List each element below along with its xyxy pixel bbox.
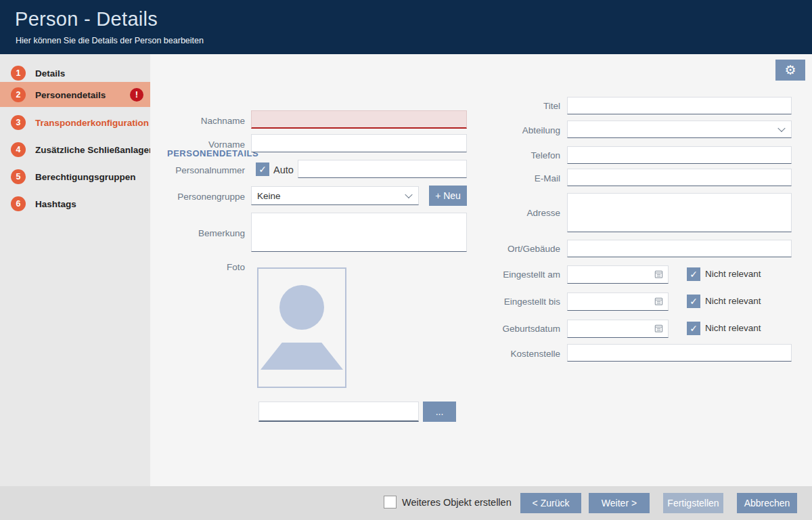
geburtsdatum-label: Geburtsdatum [467, 324, 560, 334]
personalnummer-input[interactable] [298, 160, 467, 178]
calendar-icon[interactable] [654, 269, 664, 281]
personengruppe-value: Keine [257, 191, 281, 201]
step-number-icon: 5 [11, 169, 26, 184]
finish-button[interactable]: Fertigstellen [663, 493, 723, 513]
ort-input[interactable] [567, 240, 792, 257]
form-content: ⚙ PERSONENDETAILS Nachname Vorname Perso… [150, 54, 812, 486]
page-title: Person - Details [15, 8, 158, 30]
check-icon: ✓ [690, 323, 698, 334]
next-button[interactable]: Weiter > [589, 493, 650, 513]
nicht-relevant-label: Nicht relevant [705, 269, 761, 279]
settings-button[interactable]: ⚙ [775, 60, 805, 81]
vorname-label: Vorname [156, 139, 245, 150]
weiteres-objekt-checkbox[interactable] [384, 496, 397, 508]
eingestellt-am-date-input[interactable] [567, 265, 669, 284]
telefon-label: Telefon [467, 150, 560, 160]
check-icon: ✓ [258, 164, 267, 175]
geburtsdatum-nicht-relevant-checkbox[interactable]: ✓ [687, 322, 700, 335]
telefon-input[interactable] [567, 146, 792, 164]
page-subtitle: Hier können Sie die Details der Person b… [16, 36, 204, 45]
error-badge-icon: ! [130, 88, 143, 102]
check-icon: ✓ [690, 296, 698, 307]
step-label: Berechtigungsgruppen [35, 171, 136, 181]
wizard-sidebar: 1 Details 2 Personendetails ! 3 Transpon… [0, 54, 150, 486]
chevron-down-icon [405, 191, 412, 198]
step-number-icon: 3 [11, 115, 26, 130]
nachname-input[interactable] [251, 110, 467, 129]
back-button[interactable]: < Zurück [520, 493, 581, 513]
step-label: Hashtags [35, 198, 76, 209]
bemerkung-textarea[interactable] [251, 213, 467, 252]
step-number-icon: 6 [11, 196, 26, 211]
eingestellt-bis-nicht-relevant-checkbox[interactable]: ✓ [687, 295, 700, 308]
person-silhouette-head-icon [279, 285, 324, 330]
personengruppe-select[interactable]: Keine [251, 186, 419, 205]
footer-bar: Weiteres Objekt erstellen < Zurück Weite… [0, 486, 812, 520]
step-zusaetzliche-schliessanlagen[interactable]: 4 Zusätzliche Schließanlagen [0, 137, 150, 162]
weiteres-objekt-label: Weiteres Objekt erstellen [402, 497, 512, 508]
foto-path-input[interactable] [258, 402, 419, 422]
calendar-icon[interactable] [654, 323, 664, 335]
kostenstelle-input[interactable] [567, 344, 792, 362]
step-label: Transponderkonfiguration [35, 117, 149, 127]
neu-button[interactable]: + Neu [429, 186, 467, 206]
step-berechtigungsgruppen[interactable]: 5 Berechtigungsgruppen [0, 164, 150, 189]
calendar-icon[interactable] [654, 296, 664, 308]
eingestellt-am-label: Eingestellt am [467, 269, 560, 280]
adresse-label: Adresse [467, 208, 560, 218]
browse-button[interactable]: ... [423, 402, 456, 422]
personengruppe-label: Personengruppe [156, 192, 245, 202]
chevron-down-icon [777, 125, 785, 132]
auto-checkbox[interactable]: ✓ [256, 162, 269, 176]
adresse-textarea[interactable] [567, 193, 792, 232]
email-input[interactable] [567, 169, 792, 186]
abteilung-select[interactable] [567, 121, 792, 138]
personalnummer-label: Personalnummer [156, 165, 245, 175]
header: Person - Details Hier können Sie die Det… [0, 0, 812, 54]
vorname-input[interactable] [251, 134, 467, 152]
step-label: Details [35, 68, 65, 78]
geburtsdatum-date-input[interactable] [567, 320, 669, 338]
eingestellt-am-nicht-relevant-checkbox[interactable]: ✓ [687, 267, 700, 281]
nicht-relevant-label: Nicht relevant [705, 296, 761, 306]
step-hashtags[interactable]: 6 Hashtags [0, 191, 150, 216]
titel-input[interactable] [567, 97, 792, 114]
eingestellt-bis-date-input[interactable] [567, 292, 669, 311]
foto-label: Foto [156, 262, 245, 272]
bemerkung-label: Bemerkung [156, 228, 245, 238]
titel-label: Titel [467, 101, 560, 111]
gear-icon: ⚙ [784, 62, 796, 78]
ort-label: Ort/Gebäude [467, 244, 560, 254]
cancel-button[interactable]: Abbrechen [737, 493, 797, 513]
auto-checkbox-label: Auto [273, 165, 294, 175]
kostenstelle-label: Kostenstelle [467, 349, 560, 359]
eingestellt-bis-label: Eingestellt bis [467, 297, 560, 307]
step-number-icon: 2 [11, 87, 26, 102]
step-label: Personendetails [35, 89, 106, 100]
nachname-label: Nachname [156, 116, 245, 126]
step-personendetails[interactable]: 2 Personendetails ! [0, 82, 150, 107]
abteilung-label: Abteilung [467, 125, 560, 135]
step-label: Zusätzliche Schließanlagen [35, 144, 154, 154]
step-number-icon: 1 [11, 66, 26, 81]
step-number-icon: 4 [11, 142, 26, 157]
person-details-window: Person - Details Hier können Sie die Det… [0, 0, 812, 520]
email-label: E-Mail [467, 173, 560, 183]
step-transponderkonfiguration[interactable]: 3 Transponderkonfiguration [0, 110, 150, 135]
nicht-relevant-label: Nicht relevant [705, 323, 761, 333]
person-silhouette-shoulders-icon [261, 343, 343, 370]
photo-placeholder [257, 267, 346, 388]
check-icon: ✓ [690, 269, 698, 280]
section-title: PERSONENDETAILS [167, 148, 258, 158]
